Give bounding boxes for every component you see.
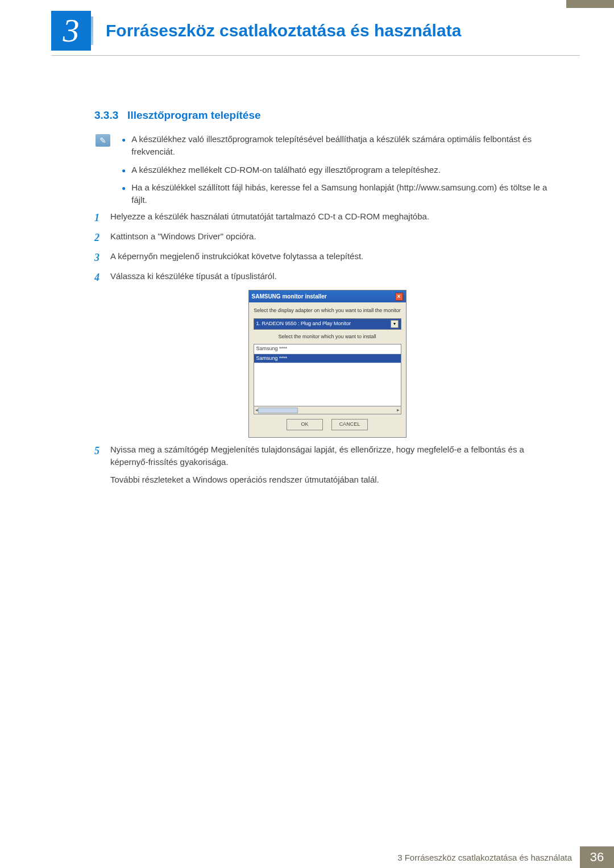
top-edge-tab [566,0,614,8]
installer-screenshot: SAMSUNG monitor installer × Select the d… [94,290,560,438]
section-number: 3.3.3 [94,109,118,121]
step-number: 1 [94,210,110,226]
dialog-instruction-1: Select the display adapter on which you … [254,307,401,315]
steps-block: 1Helyezze a készülék használati útmutató… [94,210,560,491]
installer-dialog: SAMSUNG monitor installer × Select the d… [248,290,406,438]
step-extra-text: További részleteket a Windows operációs … [110,474,560,487]
horizontal-scrollbar[interactable]: ◂ ▸ [254,406,401,414]
page-number: 36 [580,846,614,868]
step-number: 4 [94,270,110,285]
page-footer: 3 Forráseszköz csatlakoztatása és haszná… [0,846,614,868]
bullet-icon: ● [122,166,126,176]
bullet-icon: ● [122,135,126,158]
bullet-icon: ● [122,184,126,206]
step-text: Kattintson a "Windows Driver" opcióra. [110,230,560,246]
step-text: Helyezze a készülék használati útmutatój… [110,210,560,226]
dialog-titlebar: SAMSUNG monitor installer × [249,290,406,302]
step-text: Válassza ki készüléke típusát a típuslis… [110,270,560,285]
chevron-down-icon[interactable]: ▾ [391,320,399,328]
step-number: 3 [94,250,110,265]
adapter-selected-value: 1. RADEON 9550 : Plug and Play Monitor [256,320,351,328]
note-icon: ✎ [96,134,110,147]
adapter-select[interactable]: 1. RADEON 9550 : Plug and Play Monitor ▾ [254,318,401,330]
scroll-right-icon[interactable]: ▸ [397,406,400,414]
dialog-instruction-2: Select the monitor which you want to ins… [254,333,401,341]
section-heading: 3.3.3 Illesztőprogram telepítése [94,109,261,122]
list-item[interactable]: Samsung **** [254,344,401,354]
list-item[interactable]: Samsung **** [254,354,401,364]
dialog-title-text: SAMSUNG monitor installer [252,292,327,301]
footer-chapter-label: 3 Forráseszköz csatlakoztatása és haszná… [397,846,580,868]
cancel-button[interactable]: CANCEL [331,419,368,430]
close-icon[interactable]: × [395,293,403,301]
section-title: Illesztőprogram telepítése [127,109,260,121]
chapter-number-badge: 3 [51,11,91,51]
note-block: ●A készülékhez való illesztőprogramok te… [122,133,560,212]
note-text: A készülékhez való illesztőprogramok tel… [131,133,560,158]
chapter-header: 3 Forráseszköz csatlakoztatása és haszná… [51,11,580,56]
scroll-thumb[interactable] [258,408,298,413]
chapter-title: Forráseszköz csatlakoztatása és használa… [106,21,461,40]
monitor-list[interactable]: Samsung **** Samsung **** [254,344,401,406]
step-number: 2 [94,230,110,246]
note-text: Ha a készülékkel szállított fájl hibás, … [131,181,560,206]
step-number: 5 [94,443,110,469]
step-text: A képernyőn megjelenő instrukciókat köve… [110,250,560,265]
ok-button[interactable]: OK [287,419,323,430]
step-text: Nyissa meg a számítógép Megjelenítés tul… [110,443,560,469]
note-text: A készülékhez mellékelt CD-ROM-on találh… [131,164,441,176]
